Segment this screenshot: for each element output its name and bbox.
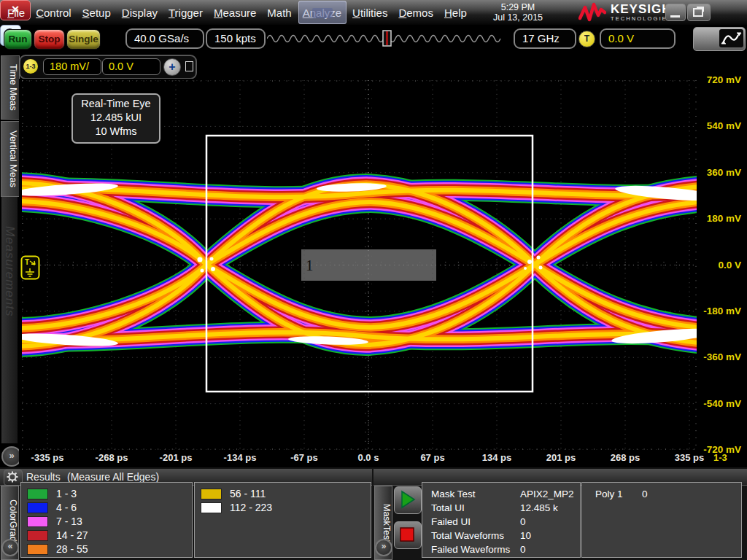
menu-demos[interactable]: Demos	[398, 7, 433, 19]
x-axis-label: -268 ps	[81, 452, 142, 463]
y-axis-label: 0.0 V	[699, 260, 741, 271]
menu-control[interactable]: Control	[36, 7, 71, 19]
x-axis-label: 0.0 s	[338, 452, 399, 463]
y-axis-label: 720 mV	[699, 74, 741, 85]
masktest-row: Total Waveforms10	[431, 530, 504, 543]
stop-button[interactable]: Stop	[34, 29, 65, 50]
add-channel-button[interactable]: +	[163, 58, 181, 76]
masktest-row: Failed Waveforms0	[431, 544, 510, 557]
y-axis-label: -180 mV	[699, 306, 741, 316]
colorgrade-swatch	[27, 489, 48, 499]
masktest-row: Failed UI0	[431, 516, 471, 529]
channel-bar: 1-3 180 mV/ 0.0 V +	[19, 55, 197, 79]
menu-utilities[interactable]: Utilities	[352, 7, 387, 19]
run-button[interactable]: Run	[4, 29, 32, 50]
masktest-row-label: Total UI	[431, 502, 465, 513]
masktest-row-value: 10	[520, 530, 531, 541]
menu-display[interactable]: Display	[122, 7, 158, 19]
x-axis-label: 134 ps	[466, 452, 527, 463]
trigger-level-marker-icon[interactable]: T	[20, 255, 40, 280]
y-axis-label: 180 mV	[699, 213, 741, 224]
menu-trigger[interactable]: Trigger	[169, 7, 203, 19]
x-axis-label: 335 ps	[659, 452, 720, 463]
mask-run-button[interactable]	[394, 486, 422, 514]
colorgrade-swatch	[27, 502, 48, 513]
colorgrade-range: 112 - 223	[230, 502, 272, 513]
colorgrade-range: 28 - 55	[56, 543, 88, 555]
trigger-level-field[interactable]: 0.0 V	[600, 28, 676, 49]
mouse-mode-button[interactable]	[693, 27, 746, 51]
x-axis-label: 268 ps	[595, 452, 656, 463]
info-wfm-count: 10 Wfms	[73, 125, 159, 139]
acquisition-toolbar: Run Stop Single 40.0 GSa/s 150 kpts 17 G…	[0, 25, 747, 52]
measurement-region-label: 1	[306, 257, 314, 275]
measurements-sidebar: Measurements	[1, 197, 18, 443]
colorgrade-swatch	[201, 489, 222, 499]
drag-ghost-glyph	[312, 8, 333, 18]
play-icon	[395, 487, 419, 512]
menu-measure[interactable]: Measure	[214, 7, 256, 19]
memory-depth-field[interactable]: 150 kpts	[206, 28, 266, 49]
masktest-row-label: Failed UI	[431, 516, 471, 527]
channel-tag: 1-3	[713, 452, 727, 463]
colorgrade-legend-low: 1 - 34 - 67 - 1314 - 2728 - 55	[20, 482, 193, 558]
sample-rate-field[interactable]: 40.0 GSa/s	[125, 28, 204, 49]
drag-ghost-icon	[298, 1, 347, 24]
colorgrade-range: 14 - 27	[56, 529, 88, 541]
clock-time: 5:29 PM	[471, 2, 565, 12]
trigger-badge[interactable]: T	[578, 31, 595, 47]
poly-value: 0	[642, 489, 648, 499]
x-axis-label: -67 ps	[274, 452, 335, 463]
title-bar: FileControlSetupDisplayTriggerMeasureMat…	[0, 0, 747, 26]
masktest-row-label: Mask Test	[431, 489, 476, 499]
waveform-mode-segment[interactable]	[719, 29, 743, 47]
colorgrade-swatch	[27, 544, 48, 555]
clock-date: Jul 13, 2015	[471, 12, 565, 23]
menu-help[interactable]: Help	[444, 7, 467, 19]
svg-text:T: T	[25, 258, 29, 266]
x-axis-label: -201 ps	[145, 452, 206, 463]
x-axis-label: 67 ps	[402, 452, 463, 463]
masktest-expand-button[interactable]: »	[375, 539, 392, 556]
y-axis-label: -360 mV	[699, 351, 741, 362]
y-axis-label: 540 mV	[699, 120, 741, 131]
mask-stop-button[interactable]	[394, 521, 422, 549]
mask-poly-box: Poly 1 0	[581, 482, 742, 558]
stop-icon	[395, 522, 419, 547]
horizontal-position-waveform[interactable]	[267, 29, 509, 48]
colorgrade-collapse-button[interactable]: «	[1, 539, 19, 556]
masktest-row-value: 0	[520, 544, 526, 555]
poly-label: Poly 1	[595, 489, 623, 499]
colorgrade-range: 1 - 3	[56, 488, 77, 499]
masktest-results-table: Mask TestAPIX2_MP2Total UI12.485 kFailed…	[422, 482, 581, 558]
keysight-spark-icon	[578, 2, 606, 23]
channel-scale-field[interactable]: 180 mV/	[43, 58, 101, 75]
restore-button[interactable]	[687, 4, 711, 21]
minimize-button[interactable]	[665, 4, 686, 21]
tab-time-meas[interactable]: Time Meas	[1, 55, 20, 120]
menu-setup[interactable]: Setup	[82, 7, 111, 19]
masktest-row: Total UI12.485 k	[431, 502, 465, 516]
restore-icon	[693, 8, 703, 17]
bandwidth-field[interactable]: 17 GHz	[514, 28, 576, 49]
colorgrade-swatch	[201, 502, 222, 513]
x-axis-label: 201 ps	[530, 452, 592, 463]
tab-vertical-meas[interactable]: Vertical Meas	[1, 121, 20, 197]
colorgrade-swatch	[27, 530, 48, 541]
x-axis-label: -335 ps	[17, 452, 78, 463]
masktest-row-label: Failed Waveforms	[431, 544, 510, 555]
channel-badge[interactable]: 1-3	[23, 59, 38, 74]
probe-icon	[185, 61, 193, 71]
single-button[interactable]: Single	[66, 29, 101, 50]
x-axis-label: -134 ps	[209, 452, 271, 463]
colorgrade-range: 7 - 13	[56, 516, 82, 527]
y-axis-label: 360 mV	[699, 167, 741, 178]
results-note: (Measure All Edges)	[67, 471, 159, 483]
menu-file[interactable]: File	[7, 7, 25, 19]
results-title: Results	[26, 471, 61, 483]
menu-math[interactable]: Math	[267, 7, 291, 19]
y-axis-label: -540 mV	[699, 398, 741, 409]
info-title: Real-Time Eye	[73, 97, 159, 111]
measurements-watermark: Measurements	[2, 226, 17, 316]
channel-offset-field[interactable]: 0.0 V	[102, 58, 160, 75]
